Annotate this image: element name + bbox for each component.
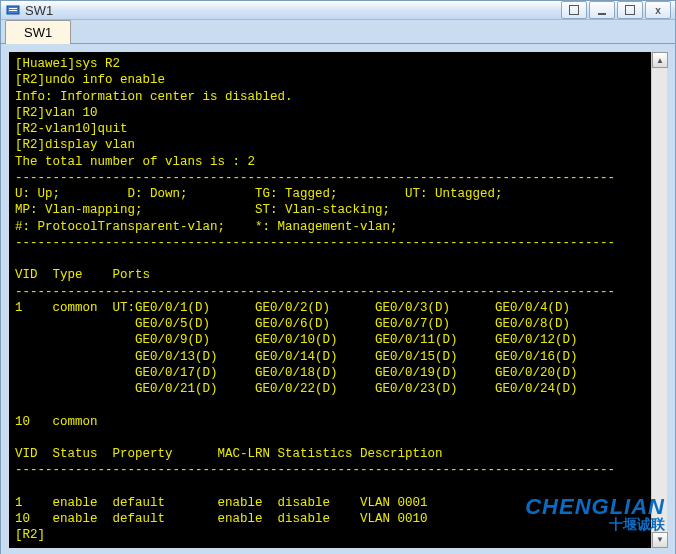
- app-window: SW1 x SW1 [Huawei]sys R2 [R2]undo info e…: [0, 0, 676, 554]
- svg-rect-1: [9, 8, 17, 9]
- scrollbar[interactable]: ▲ ▼: [651, 52, 667, 548]
- minimize-button[interactable]: [589, 1, 615, 19]
- app-icon: [5, 2, 21, 18]
- restore-button[interactable]: [561, 1, 587, 19]
- tab-sw1[interactable]: SW1: [5, 20, 71, 44]
- maximize-button[interactable]: [617, 1, 643, 19]
- tab-strip: SW1: [1, 20, 675, 44]
- window-controls: x: [561, 1, 671, 19]
- scroll-up-button[interactable]: ▲: [652, 52, 668, 68]
- svg-rect-2: [9, 10, 17, 11]
- terminal-container: [Huawei]sys R2 [R2]undo info enable Info…: [1, 44, 675, 554]
- window-title: SW1: [25, 3, 561, 18]
- scroll-down-button[interactable]: ▼: [652, 532, 668, 548]
- terminal-output[interactable]: [Huawei]sys R2 [R2]undo info enable Info…: [9, 52, 667, 548]
- titlebar[interactable]: SW1 x: [1, 1, 675, 20]
- close-button[interactable]: x: [645, 1, 671, 19]
